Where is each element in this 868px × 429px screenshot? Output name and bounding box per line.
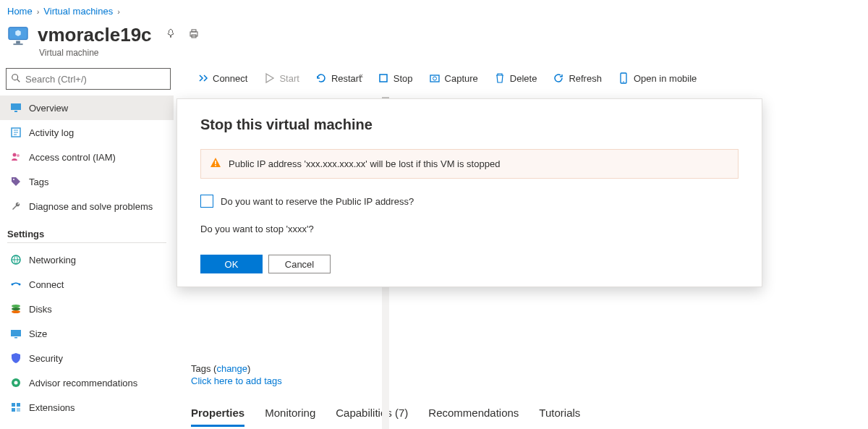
svg-rect-26	[14, 337, 17, 339]
vm-icon	[7, 25, 29, 46]
sidebar-search[interactable]	[6, 68, 171, 90]
sidebar-item-access-control[interactable]: Access control (IAM)	[0, 145, 174, 169]
sidebar-nav: Overview Activity log Access control (IA…	[0, 95, 174, 420]
log-icon	[10, 127, 22, 138]
tags-line: Tags (change)	[191, 363, 868, 374]
sidebar-item-label: Security	[29, 353, 63, 364]
breadcrumb-vms[interactable]: Virtual machines	[43, 6, 113, 17]
svg-rect-33	[380, 75, 387, 82]
svg-point-20	[12, 284, 14, 286]
toolbar-label: Connect	[213, 73, 247, 84]
svg-rect-31	[12, 408, 15, 412]
monitor-icon	[10, 102, 22, 114]
toolbar: Connect Start Restart Stop Capture Delet…	[176, 68, 868, 88]
svg-rect-38	[215, 161, 216, 164]
svg-rect-3	[13, 43, 22, 45]
warning-banner: Public IP address 'xxx.xxx.xxx.xx' will …	[200, 149, 739, 179]
toolbar-label: Stop	[393, 73, 413, 84]
breadcrumb-home[interactable]: Home	[7, 6, 33, 17]
toolbar-label: Delete	[510, 73, 537, 84]
extensions-icon	[10, 402, 22, 413]
people-icon	[10, 151, 22, 163]
tab-recommendations[interactable]: Recommendations	[428, 407, 519, 427]
stop-button[interactable]: Stop	[378, 72, 413, 84]
ok-button[interactable]: OK	[200, 255, 263, 273]
sidebar-section-settings: Settings	[0, 218, 174, 241]
tab-capabilities[interactable]: Capabilities (7)	[336, 407, 408, 427]
capture-icon	[429, 72, 441, 84]
sidebar-item-diagnose[interactable]: Diagnose and solve problems	[0, 194, 174, 218]
restart-icon	[315, 72, 327, 84]
sidebar-item-label: Diagnose and solve problems	[29, 201, 153, 212]
size-icon	[10, 328, 22, 339]
svg-point-24	[12, 310, 20, 313]
sidebar-item-label: Overview	[29, 103, 68, 114]
capture-button[interactable]: Capture	[429, 72, 478, 84]
start-button: Start	[263, 72, 299, 84]
connect-icon	[197, 72, 208, 84]
sidebar-item-security[interactable]: Security	[0, 346, 174, 370]
sidebar-item-label: Disks	[29, 304, 52, 315]
svg-rect-32	[17, 408, 20, 412]
sidebar-item-networking[interactable]: Networking	[0, 247, 174, 272]
advisor-icon	[10, 377, 22, 388]
delete-button[interactable]: Delete	[494, 72, 537, 84]
warning-icon	[210, 157, 221, 171]
disks-icon	[10, 303, 22, 315]
stop-icon	[378, 72, 389, 84]
tab-tutorials[interactable]: Tutorials	[539, 407, 580, 427]
sidebar-item-label: Activity log	[29, 127, 74, 138]
svg-rect-2	[16, 41, 20, 43]
reserve-ip-row[interactable]: Do you want to reserve the Public IP add…	[200, 195, 739, 208]
svg-point-21	[19, 284, 21, 286]
svg-rect-29	[12, 403, 15, 407]
print-icon[interactable]	[188, 28, 200, 42]
stop-vm-dialog: Stop this virtual machine Public IP addr…	[176, 98, 762, 287]
pin-icon[interactable]	[165, 28, 176, 42]
tags-prefix: Tags (	[191, 363, 216, 374]
toolbar-label: Start	[279, 73, 299, 84]
checkbox-label: Do you want to reserve the Public IP add…	[221, 196, 414, 207]
svg-point-18	[13, 179, 14, 180]
svg-point-17	[17, 154, 20, 157]
svg-point-8	[12, 74, 18, 80]
sidebar-item-label: Advisor recommendations	[29, 378, 137, 388]
breadcrumb: Home › Virtual machines ›	[0, 0, 868, 20]
svg-point-28	[14, 381, 18, 385]
tab-properties[interactable]: Properties	[191, 407, 244, 427]
sidebar-item-label: Connect	[29, 279, 64, 290]
refresh-button[interactable]: Refresh	[553, 72, 602, 84]
add-tags-link[interactable]: Click here to add tags	[191, 375, 868, 386]
main-content: « Connect Start Restart Stop Capture Del…	[176, 68, 868, 428]
sidebar-item-size[interactable]: Size	[0, 321, 174, 346]
sidebar-item-extensions[interactable]: Extensions	[0, 395, 174, 420]
sidebar-item-label: Size	[29, 328, 47, 339]
cancel-button[interactable]: Cancel	[268, 255, 331, 273]
resource-title: vmoracle19c	[38, 24, 152, 46]
sidebar-item-advisor[interactable]: Advisor recommendations	[0, 370, 174, 395]
tab-monitoring[interactable]: Monitoring	[265, 407, 315, 427]
restart-button[interactable]: Restart	[315, 72, 362, 84]
chevron-right-icon: ›	[117, 7, 120, 16]
mobile-icon	[618, 72, 629, 84]
sidebar-item-label: Networking	[29, 255, 76, 266]
open-mobile-button[interactable]: Open in mobile	[618, 72, 697, 84]
svg-point-16	[13, 153, 17, 157]
sidebar-item-overview[interactable]: Overview	[0, 95, 174, 120]
sidebar-item-connect[interactable]: Connect	[0, 272, 174, 297]
connect-button[interactable]: Connect	[197, 72, 247, 84]
checkbox[interactable]	[200, 195, 213, 208]
sidebar-item-activity-log[interactable]: Activity log	[0, 120, 174, 145]
svg-rect-25	[11, 330, 21, 336]
network-icon	[10, 254, 22, 266]
toolbar-label: Refresh	[569, 73, 602, 84]
collapse-sidebar-icon[interactable]: «	[359, 71, 363, 80]
sidebar-item-tags[interactable]: Tags	[0, 169, 174, 194]
svg-point-35	[433, 77, 436, 80]
sidebar-item-disks[interactable]: Disks	[0, 297, 174, 321]
dialog-title: Stop this virtual machine	[200, 116, 739, 133]
change-tags-link[interactable]: change	[216, 363, 247, 374]
connect-icon	[10, 279, 22, 290]
svg-rect-34	[430, 75, 439, 82]
search-input[interactable]	[25, 74, 166, 85]
